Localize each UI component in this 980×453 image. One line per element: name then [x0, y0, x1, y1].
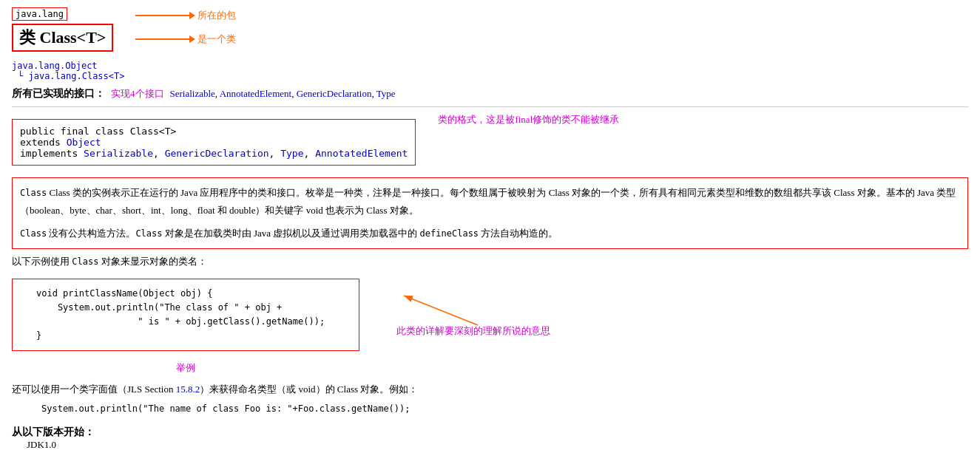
impl-annotated[interactable]: AnnotatedElement: [315, 148, 408, 159]
example-annotation-text: 此类的详解要深刻的理解所说的意思: [396, 324, 550, 338]
jls-link[interactable]: 15.8.2: [176, 384, 200, 395]
diagonal-arrow-svg: [396, 292, 485, 329]
jls-section: 还可以使用一个类字面值（JLS Section 15.8.2）来获得命名类型（或…: [12, 381, 968, 417]
decl-line1: public final class Class<T>: [20, 126, 408, 137]
desc-para1: Class Class 类的实例表示正在运行的 Java 应用程序中的类和接口。…: [20, 184, 960, 219]
package-name: java.lang: [12, 7, 67, 21]
package-annotation-arrow: 所在的包: [135, 9, 236, 22]
since-label: 从以下版本开始：: [12, 426, 95, 437]
decl-line2: extends Object: [20, 137, 408, 148]
declaration-row: public final class Class<T> extends Obje…: [12, 113, 968, 171]
package-annotation-text: 所在的包: [197, 9, 236, 22]
interface-generic-declaration[interactable]: GenericDeclaration: [297, 88, 372, 99]
jls-code: System.out.println("The name of class Fo…: [41, 401, 968, 418]
impl-type[interactable]: Type: [280, 148, 303, 159]
divider: [12, 106, 968, 107]
child-class: └ java.lang.Class<T>: [18, 71, 125, 81]
example-label: 举例: [12, 361, 359, 375]
desc-para2: Class 没有公共构造方法。Class 对象是在加载类时由 Java 虚拟机以…: [20, 225, 960, 242]
extends-link[interactable]: Object: [67, 137, 101, 148]
since-section: 从以下版本开始： JDK1.0: [12, 426, 968, 451]
declaration-annotation: 类的格式，这是被final修饰的类不能被继承: [438, 113, 619, 126]
impl-generic[interactable]: GenericDeclaration: [165, 148, 269, 159]
parent-class-link[interactable]: java.lang.Object: [12, 61, 98, 71]
interfaces-count: 实现4个接口: [111, 87, 164, 101]
impl-serializable[interactable]: Serializable: [84, 148, 153, 159]
class-declaration-box: public final class Class<T> extends Obje…: [12, 119, 416, 166]
since-version: JDK1.0: [27, 439, 968, 451]
svg-line-1: [404, 296, 478, 325]
interface-serializable[interactable]: Serializable: [170, 88, 215, 99]
class-title: 类 Class<T>: [12, 24, 113, 52]
description-box: Class Class 类的实例表示正在运行的 Java 应用程序中的类和接口。…: [12, 177, 968, 249]
example-box: void printClassName(Object obj) { System…: [12, 279, 359, 352]
code-block: void printClassName(Object obj) { System…: [21, 287, 350, 344]
declaration-annotation-text: 类的格式，这是被final修饰的类不能被继承: [438, 113, 619, 126]
example-row: 以下示例使用 Class 对象来显示对象的类名： void printClass…: [12, 255, 968, 375]
inheritance-section: java.lang.Object └ java.lang.Class<T>: [12, 61, 968, 81]
interface-type[interactable]: Type: [376, 88, 396, 99]
interface-annotated-element[interactable]: AnnotatedElement: [220, 88, 291, 99]
interfaces-label: 所有已实现的接口：: [12, 87, 105, 101]
example-intro: 以下示例使用 Class 对象来显示对象的类名：: [12, 255, 359, 268]
decl-line3: implements Serializable, GenericDeclarat…: [20, 148, 408, 159]
interfaces-section: 所有已实现的接口： 实现4个接口 Serializable, Annotated…: [12, 87, 968, 101]
interfaces-list: Serializable, AnnotatedElement, GenericD…: [170, 88, 396, 100]
class-annotation-arrow: 是一个类: [135, 33, 236, 46]
class-annotation-text: 是一个类: [197, 33, 236, 46]
